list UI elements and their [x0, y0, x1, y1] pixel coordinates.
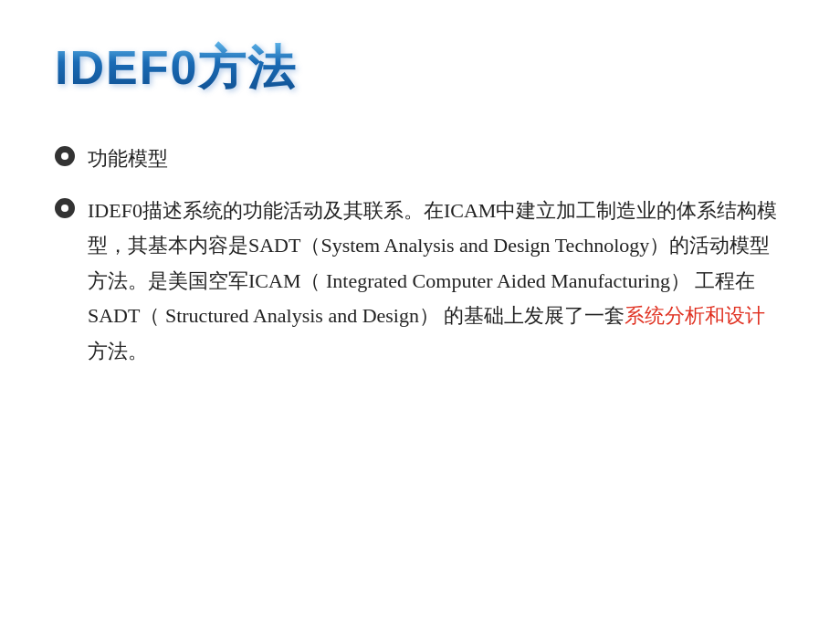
page: IDEF0方法 功能模型 IDEF0描述系统的功能活动及其联系。在ICAM中建立… — [0, 0, 840, 630]
bullet-item-2: IDEF0描述系统的功能活动及其联系。在ICAM中建立加工制造业的体系结构模型，… — [55, 194, 785, 370]
bullet-item-1: 功能模型 — [55, 142, 785, 177]
bullet1-label: 功能模型 — [88, 147, 168, 170]
bullet-icon-2 — [55, 198, 75, 218]
highlighted-text-red: 系统分析和设计 — [625, 304, 765, 327]
bullet-text-2: IDEF0描述系统的功能活动及其联系。在ICAM中建立加工制造业的体系结构模型，… — [88, 194, 785, 370]
page-title: IDEF0方法 — [55, 37, 297, 100]
para-text-after-red: 方法。 — [88, 340, 148, 362]
bullet-icon-1 — [55, 146, 75, 166]
content-area: 功能模型 IDEF0描述系统的功能活动及其联系。在ICAM中建立加工制造业的体系… — [55, 142, 785, 369]
bullet-text-1: 功能模型 — [88, 142, 785, 177]
